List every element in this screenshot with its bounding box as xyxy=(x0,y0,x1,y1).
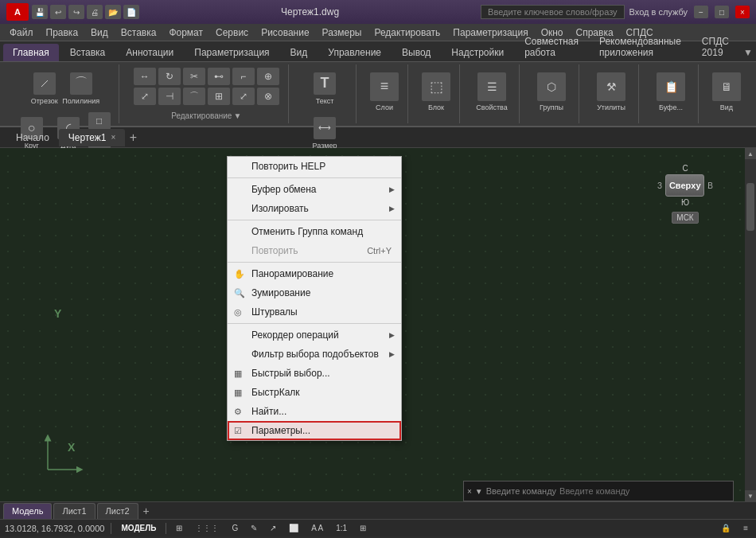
ctx-recorder[interactable]: Рекордер операций xyxy=(228,326,401,345)
menu-view[interactable]: Вид xyxy=(84,25,115,40)
tool-properties[interactable]: ☰ Свойства xyxy=(471,68,512,115)
lineweight-toggle[interactable]: ⬜ xyxy=(286,523,302,533)
add-sheet-button[interactable]: + xyxy=(140,505,153,517)
model-tab-model[interactable]: Модель xyxy=(3,503,52,519)
doc-tab-home[interactable]: Начало xyxy=(6,129,59,146)
menu-dimensions[interactable]: Размеры xyxy=(316,25,368,40)
tab-annotations[interactable]: Аннотации xyxy=(116,44,183,61)
redo-icon[interactable]: ↪ xyxy=(68,5,84,19)
scale-display[interactable]: 1:1 xyxy=(333,523,350,533)
tool-copy[interactable]: ⊕ xyxy=(257,68,279,85)
ctx-undo[interactable]: Отменить Группа команд xyxy=(228,222,401,241)
canvas[interactable]: Y X С З Сверху В Ю xyxy=(0,148,745,501)
tool-array[interactable]: ⊞ xyxy=(208,88,230,105)
close-button[interactable]: × xyxy=(735,6,750,18)
minimize-button[interactable]: − xyxy=(694,6,708,18)
workspace-btn[interactable]: ⊞ xyxy=(357,523,369,533)
snap-toggle[interactable]: ⋮⋮⋮ xyxy=(192,523,222,533)
cmd-arrow-btn[interactable]: ▼ xyxy=(475,487,483,496)
save-icon[interactable]: 💾 xyxy=(32,5,48,19)
tool-utilities[interactable]: ⚒ Утилиты xyxy=(590,68,632,115)
search-box[interactable]: Введите ключевое слово/фразу xyxy=(481,5,624,19)
tab-home[interactable]: Главная xyxy=(3,44,59,61)
tab-collab[interactable]: Совместная работа xyxy=(515,33,588,61)
ctx-wheels[interactable]: ◎ Штурвалы xyxy=(228,302,401,322)
tool-rotate[interactable]: ↻ xyxy=(158,68,181,85)
tool-move[interactable]: ↔ xyxy=(134,68,156,85)
cmd-input[interactable] xyxy=(559,486,730,496)
tool-block[interactable]: ⬚ Блок xyxy=(419,68,453,115)
tool-fillet[interactable]: ⌐ xyxy=(232,68,255,85)
new-tab-button[interactable]: + xyxy=(125,130,141,146)
tool-groups[interactable]: ⬡ Группы xyxy=(531,68,572,115)
polar-toggle[interactable]: ✎ xyxy=(247,523,260,533)
ctx-quick-select[interactable]: ▦ Быстрый выбор... xyxy=(228,364,401,383)
menu-draw[interactable]: Рисование xyxy=(255,25,315,40)
ctx-filter[interactable]: Фильтр выбора подобъектов xyxy=(228,345,401,364)
undo-icon[interactable]: ↩ xyxy=(50,5,66,19)
tool-stretch[interactable]: ⤢ xyxy=(232,88,255,105)
ctx-redo[interactable]: Повторить Ctrl+Y xyxy=(228,241,401,260)
tool-trim[interactable]: ✂ xyxy=(183,68,205,85)
model-tab-sheet2[interactable]: Лист2 xyxy=(97,503,138,519)
tool-line[interactable]: ⟋ Отрезок xyxy=(28,68,61,109)
tab-addons[interactable]: Надстройки xyxy=(442,44,513,61)
doc-tab-close[interactable]: × xyxy=(111,133,116,142)
tab-manage[interactable]: Управление xyxy=(318,44,391,61)
tab-recommended[interactable]: Рекомендованные приложения xyxy=(590,33,691,61)
lock-toggle[interactable]: 🔒 xyxy=(718,523,734,533)
msk-label[interactable]: МСК xyxy=(672,212,698,224)
text-icon: T xyxy=(314,72,336,95)
view-cube[interactable]: С З Сверху В Ю МСК xyxy=(657,164,713,228)
model-indicator[interactable]: МОДЕЛЬ xyxy=(118,523,159,533)
ribbon-options[interactable]: ▼ xyxy=(740,44,756,61)
menu-format[interactable]: Формат xyxy=(162,25,209,40)
tab-insert[interactable]: Вставка xyxy=(60,44,115,61)
tool-chamfer[interactable]: ⌒ xyxy=(183,88,205,105)
maximize-button[interactable]: □ xyxy=(715,6,729,18)
menu-service[interactable]: Сервис xyxy=(209,25,255,40)
tab-view[interactable]: Вид xyxy=(281,44,318,61)
menu-edit[interactable]: Правка xyxy=(40,25,85,40)
menu-file[interactable]: Файл xyxy=(3,25,40,40)
tool-mirror[interactable]: ⊷ xyxy=(208,68,230,85)
customize-btn[interactable]: ≡ xyxy=(740,523,751,533)
scroll-up[interactable]: ▲ xyxy=(745,148,756,159)
grid-toggle[interactable]: ⊞ xyxy=(173,523,185,533)
tab-spds[interactable]: СПДС 2019 xyxy=(692,33,738,61)
ctx-quickcalc[interactable]: ▦ БыстрКалк xyxy=(228,383,401,402)
tool-scale[interactable]: ⤢ xyxy=(134,88,156,105)
tool-rect[interactable]: □ xyxy=(88,112,111,130)
ortho-toggle[interactable]: G xyxy=(228,523,241,533)
tab-output[interactable]: Вывод xyxy=(392,44,440,61)
scroll-down[interactable]: ▼ xyxy=(745,490,756,501)
osnap-toggle[interactable]: ↗ xyxy=(267,523,279,533)
ctx-zoom[interactable]: 🔍 Зумирование xyxy=(228,283,401,302)
scroll-thumb[interactable] xyxy=(746,183,754,231)
tab-parametrize[interactable]: Параметризация xyxy=(185,44,279,61)
tool-view[interactable]: 🖥 Вид xyxy=(710,68,743,115)
ctx-clipboard[interactable]: Буфер обмена xyxy=(228,180,401,199)
tool-polyline[interactable]: ⌒ Полилиния xyxy=(64,68,98,109)
tool-buffer[interactable]: 📋 Буфе... xyxy=(650,68,692,115)
cube-face-top[interactable]: Сверху xyxy=(665,174,704,197)
cmd-close-btn[interactable]: × xyxy=(467,487,472,496)
annotation-scale[interactable]: A A xyxy=(308,523,326,533)
ctx-repeat-help[interactable]: Повторить HELP xyxy=(228,157,401,176)
tool-text[interactable]: T Текст xyxy=(310,68,339,109)
ctx-find[interactable]: ⚙ Найти... xyxy=(228,402,401,421)
tool-layers[interactable]: ≡ Слои xyxy=(368,68,401,115)
doc-tab-drawing[interactable]: Чертеж1 × xyxy=(59,129,126,146)
tool-extend[interactable]: ⊣ xyxy=(158,88,181,105)
tool-break[interactable]: ⊗ xyxy=(257,88,279,105)
open-icon[interactable]: 📂 xyxy=(105,5,121,19)
vertical-scrollbar[interactable]: ▲ ▼ xyxy=(745,148,756,501)
model-tab-sheet1[interactable]: Лист1 xyxy=(53,503,95,519)
ctx-isolate[interactable]: Изолировать xyxy=(228,199,401,218)
menu-modify[interactable]: Редактировать xyxy=(368,25,446,40)
ctx-options[interactable]: ☑ Параметры... xyxy=(228,421,401,440)
print-icon[interactable]: 🖨 xyxy=(87,5,103,19)
new-icon[interactable]: 📄 xyxy=(123,5,139,19)
ctx-pan[interactable]: ✋ Панорамирование xyxy=(228,264,401,283)
menu-insert[interactable]: Вставка xyxy=(115,25,163,40)
